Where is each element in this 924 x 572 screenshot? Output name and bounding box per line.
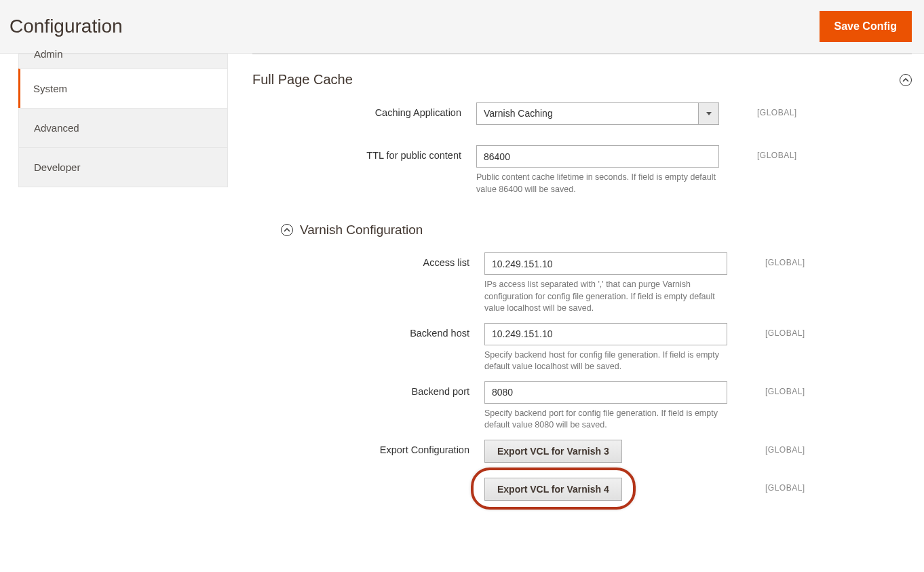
scope-label: [GLOBAL] bbox=[727, 323, 805, 338]
note-backend-host: Specify backend host for config file gen… bbox=[484, 349, 727, 373]
label-backend-port: Backend port bbox=[252, 381, 484, 397]
note-backend-port: Specify backend port for config file gen… bbox=[484, 408, 727, 432]
input-access-list[interactable] bbox=[484, 252, 727, 275]
row-access-list: Access list IPs access list separated wi… bbox=[252, 252, 912, 315]
chevron-up-icon bbox=[900, 74, 912, 86]
row-caching-application: Caching Application Varnish Caching [GLO… bbox=[252, 102, 912, 125]
scope-label: [GLOBAL] bbox=[719, 102, 797, 117]
input-backend-host[interactable] bbox=[484, 323, 727, 345]
chevron-up-icon bbox=[281, 224, 293, 236]
scope-label: [GLOBAL] bbox=[727, 252, 805, 267]
highlight-export-v4: Export VCL for Varnish 4 bbox=[484, 478, 622, 501]
label-export: Export Configuration bbox=[252, 440, 484, 455]
label-caching-application: Caching Application bbox=[252, 102, 476, 118]
section-header-full-page-cache[interactable]: Full Page Cache bbox=[252, 69, 912, 102]
label-access-list: Access list bbox=[252, 252, 484, 268]
sidebar-item-admin[interactable]: Admin bbox=[18, 54, 228, 69]
sidebar-item-advanced[interactable]: Advanced bbox=[18, 108, 228, 147]
caret-down-icon bbox=[698, 103, 718, 124]
scope-label: [GLOBAL] bbox=[719, 145, 797, 160]
export-vcl-varnish-3-button[interactable]: Export VCL for Varnish 3 bbox=[484, 440, 622, 463]
select-value: Varnish Caching bbox=[477, 103, 698, 124]
input-backend-port[interactable] bbox=[484, 381, 727, 404]
label-ttl: TTL for public content bbox=[252, 145, 476, 161]
content: Admin System Advanced Developer Full Pag… bbox=[0, 54, 924, 541]
select-caching-application[interactable]: Varnish Caching bbox=[476, 102, 719, 125]
row-export-v4: Export VCL for Varnish 4 [GLOBAL] bbox=[252, 478, 912, 501]
note-access-list: IPs access list separated with ',' that … bbox=[484, 279, 727, 315]
subsection-title: Varnish Configuration bbox=[300, 223, 423, 237]
subsection-header-varnish[interactable]: Varnish Configuration bbox=[252, 204, 912, 252]
label-empty bbox=[252, 478, 484, 482]
scope-label: [GLOBAL] bbox=[727, 381, 805, 396]
scope-label: [GLOBAL] bbox=[727, 440, 805, 455]
row-backend-host: Backend host Specify backend host for co… bbox=[252, 323, 912, 373]
sidebar-item-label: Advanced bbox=[34, 122, 79, 134]
sidebar-item-label: Admin bbox=[34, 48, 63, 60]
sidebar-item-system[interactable]: System bbox=[18, 69, 228, 108]
row-export-v3: Export Configuration Export VCL for Varn… bbox=[252, 440, 912, 463]
section-title: Full Page Cache bbox=[252, 72, 353, 88]
sidebar-item-label: System bbox=[33, 83, 67, 94]
divider bbox=[252, 54, 912, 54]
page-title: Configuration bbox=[9, 16, 123, 37]
row-ttl: TTL for public content Public content ca… bbox=[252, 145, 912, 195]
note-ttl: Public content cache lifetime in seconds… bbox=[476, 172, 719, 195]
main-panel: Full Page Cache Caching Application Varn… bbox=[228, 54, 924, 541]
save-config-button[interactable]: Save Config bbox=[820, 11, 912, 42]
scope-label: [GLOBAL] bbox=[727, 478, 805, 493]
sidebar: Admin System Advanced Developer bbox=[0, 54, 228, 541]
input-ttl[interactable] bbox=[476, 145, 719, 168]
sidebar-item-developer[interactable]: Developer bbox=[18, 147, 228, 187]
sidebar-item-label: Developer bbox=[34, 161, 80, 173]
row-backend-port: Backend port Specify backend port for co… bbox=[252, 381, 912, 432]
export-vcl-varnish-4-button[interactable]: Export VCL for Varnish 4 bbox=[484, 478, 622, 501]
page-header: Configuration Save Config bbox=[0, 0, 924, 54]
label-backend-host: Backend host bbox=[252, 323, 484, 339]
